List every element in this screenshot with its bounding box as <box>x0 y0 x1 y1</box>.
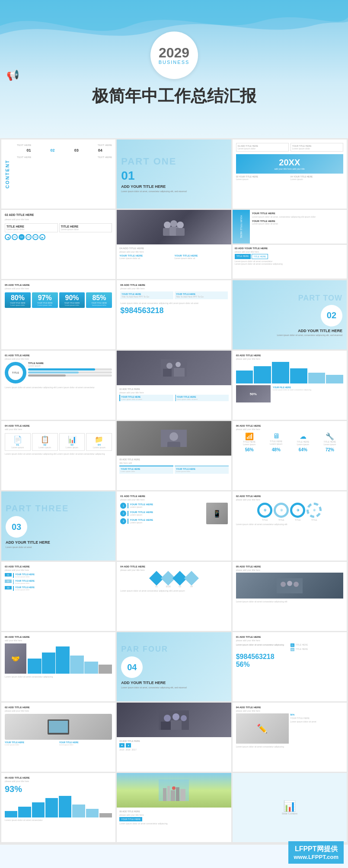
people-photo-3 <box>159 710 189 730</box>
slide-title-here-top: YOUR TITLE HERE YOUR TITLE HERE Lorem ip… <box>233 210 347 244</box>
laptop-screen <box>49 721 68 733</box>
hero-wave <box>0 0 348 60</box>
icons-slide-04: 04 ADD TITLE HERE add your title here 📄 … <box>1 421 115 490</box>
svg-point-12 <box>169 432 178 441</box>
year-20xx: 20XX <box>239 158 340 168</box>
text-here-4: TEXT HERE <box>98 156 112 158</box>
part-one-subtitle: Lorem ipsum dolor sit amet, consectetur … <box>121 190 227 193</box>
text-here-1: TEXT HERE <box>17 144 32 146</box>
part-two-slide: PART TOW 02 ADD YOUR TITLE HERE Lorem ip… <box>233 280 347 349</box>
money-slide: 06 ADD TITLE HERE please add your title … <box>117 280 231 349</box>
part-four-circle: 04 <box>121 656 143 678</box>
svg-point-16 <box>287 581 292 586</box>
doc-icon-2: 📋 <box>34 435 56 444</box>
svg-point-15 <box>281 582 286 587</box>
placeholder-2: Lorem ipsum dolor <box>292 147 342 150</box>
monitor-icon: 🖥 <box>270 432 282 440</box>
people-slide-03: 03 ADD TITLE HERE ❤ ★ 2015 2016 2017 <box>117 703 231 772</box>
bars-93-slide: 05 ADD TITLE HERE please add your title … <box>1 773 115 842</box>
business-photo-2 <box>161 359 187 377</box>
content-num-03: 03 <box>74 148 79 152</box>
text-here-3: TEXT HERE <box>17 156 32 158</box>
slide-03-bar: 03 ADD TITLE HERE please add your title … <box>233 351 347 420</box>
part-one-number: 01 <box>121 169 134 183</box>
svg-rect-28 <box>176 787 179 801</box>
content-num-04: 04 <box>98 148 102 152</box>
svg-point-1 <box>170 220 177 227</box>
donut-4: ④ <box>306 503 322 518</box>
money-56-slide: 01 ADD TITLE HERE please add your title … <box>233 632 347 701</box>
content-slide: CONTENT TEXT HERE TEXT HERE 01 02 03 04 … <box>1 139 115 209</box>
donut-3: ③ <box>290 503 305 518</box>
part-two-subtitle: Lorem ipsum dolor sit amet, consectetur … <box>277 334 342 336</box>
list-slide-01: 01 ADD TITLE HERE please add your title … <box>117 491 231 561</box>
city-slide-06: 06 ADD TITLE HERE please add your title … <box>117 773 231 842</box>
donut-1: ① <box>257 503 272 518</box>
part-one-label: PART ONE <box>121 156 227 167</box>
doc-icon-1: 📄 <box>7 435 29 444</box>
svg-rect-27 <box>171 790 175 801</box>
diamond-4 <box>184 571 199 586</box>
watermark-line2: www.LFPPT.com <box>294 854 338 860</box>
part-four-slide: PAR FOUR 04 ADD YOUR TITLE HERE Lorem ip… <box>117 632 231 701</box>
part-three-circle: 03 <box>6 516 27 538</box>
svg-point-7 <box>166 363 172 369</box>
svg-point-17 <box>294 582 299 587</box>
diamond-slide-04: 04 ADD TITLE HERE please add your title … <box>117 562 231 631</box>
meeting-photo <box>277 578 303 593</box>
speaker-icon: 📢 <box>6 69 19 81</box>
phone-icon: 📱 <box>213 510 221 518</box>
writing-slide-04: 04 ADD TITLE HERE please add your title … <box>233 703 347 772</box>
stat-97: 97% <box>34 294 56 302</box>
part-two-number: 02 <box>327 310 336 320</box>
svg-rect-9 <box>163 369 172 377</box>
money-amount: $984563218 <box>120 306 227 315</box>
part-four-label: PAR FOUR <box>121 645 227 654</box>
pct-72: 72% <box>326 447 334 452</box>
circles-slide-02: 02 ADD TITLE HERE please add your title … <box>233 491 347 561</box>
slide-add-title-r2: 03 ADD YOUR TITLE HERE please add your t… <box>233 245 347 279</box>
filler-slide: 📊 Slide Content <box>233 773 347 842</box>
bar-photo-slide-06: 06 ADD TITLE HERE add your title here 🤝 <box>1 632 115 701</box>
pen-icon: ✏️ <box>257 723 268 734</box>
people-photo-svg <box>161 219 187 236</box>
svg-rect-23 <box>171 720 182 730</box>
pct-48: 48% <box>272 447 281 452</box>
slide-02-left: 02 ADD TITLE HERE please add your title … <box>1 210 115 279</box>
hero-section: 2029 BUSINESS 极简年中工作总结汇报 📢 <box>0 0 348 138</box>
title-text: YOUR TITLE HERE <box>240 215 243 238</box>
doc-icon-4: 📁 <box>88 435 110 444</box>
stats-slide: 05 ADD TITLE HERE please add your title … <box>1 280 115 349</box>
slide-02-biz: 02 ADD TITLE HERE please add your title … <box>117 351 231 420</box>
hero-title: 极简年中工作总结汇报 <box>92 86 256 107</box>
part-four-number: 04 <box>127 662 137 672</box>
pct-64: 64% <box>299 447 307 452</box>
svg-point-21 <box>181 715 187 721</box>
timeline-slide-03: 03 ADD TITLE HERE please add your title … <box>1 562 115 631</box>
svg-point-20 <box>172 713 179 720</box>
svg-rect-29 <box>180 789 185 801</box>
watermark-line1: LFPPT网提供 <box>294 845 338 854</box>
svg-rect-25 <box>163 788 166 801</box>
empty-icon: 📊 <box>282 800 297 812</box>
part-four-subtitle: Lorem ipsum dolor sit amet, consectetur … <box>121 686 227 689</box>
stat-80: 80% <box>6 294 29 302</box>
20xx-slide: 01 ADD TITLE HERE Lorem ipsum dolor YOUR… <box>233 139 347 209</box>
svg-rect-5 <box>176 228 185 236</box>
content-num-02: 02 <box>51 148 55 152</box>
tools-icon: 🔧 <box>323 432 336 440</box>
right-col-r2: YOUR TITLE HERE YOUR TITLE HERE Lorem ip… <box>233 210 347 279</box>
donut-chart: TITLE <box>5 362 26 383</box>
person-photo-slide: 05 ADD TITLE HERE title here add YOUR TI… <box>117 421 231 490</box>
person-photo <box>161 430 187 447</box>
svg-point-8 <box>176 362 181 367</box>
svg-rect-26 <box>167 786 170 801</box>
part-three-number: 03 <box>12 522 21 532</box>
donut-2: ② <box>274 503 289 518</box>
chart-slide-01: 01 ADD TITLE HERE please add your title … <box>1 351 115 420</box>
part-one-slide: PART ONE 01 ADD YOUR TITLE HERE Lorem ip… <box>117 139 231 209</box>
text-here-2: TEXT HERE <box>98 144 112 146</box>
stat-85: 85% <box>88 294 110 302</box>
part-four-title: ADD YOUR TITLE HERE <box>121 681 227 685</box>
svg-point-19 <box>164 715 171 722</box>
